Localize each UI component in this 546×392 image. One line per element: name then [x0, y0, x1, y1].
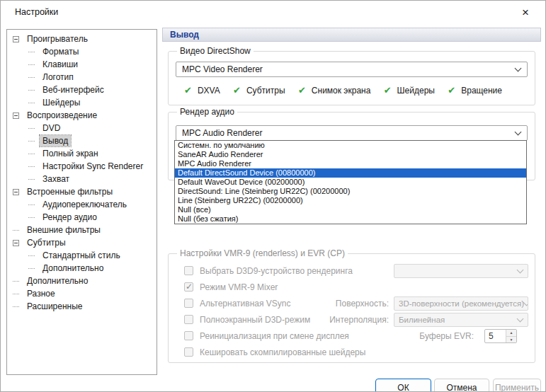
tree-item-label: Проигрыватель — [24, 33, 91, 45]
page-header: Вывод — [162, 28, 541, 42]
alt-vsync-checkbox[interactable] — [184, 299, 193, 308]
cancel-button[interactable]: Отмена — [434, 379, 489, 392]
vmr-evr-group: Настройки VMR-9 (renderless) и EVR (CP) … — [168, 248, 535, 363]
dropdown-option-3[interactable]: Default DirectSound Device (00800000) — [175, 168, 526, 178]
settings-dialog: Настройки × ПроигрывательФорматыКлавишиЛ… — [0, 0, 546, 392]
tree-connector — [13, 306, 19, 307]
video-directshow-group: Видео DirectShow MPC Video Renderer ✔DXV… — [168, 46, 535, 105]
settings-tree: ПроигрывательФорматыКлавишиЛоготипВеб-ин… — [6, 29, 157, 375]
spin-down-icon[interactable]: ▼ — [506, 337, 516, 343]
check-icon: ✔ — [448, 85, 455, 96]
surface-label: Поверхность: — [261, 299, 389, 309]
video-renderer-select[interactable]: MPC Video Renderer — [176, 62, 528, 77]
tree-connector — [28, 52, 35, 52]
dropdown-option-2[interactable]: MPC Audio Renderer — [175, 159, 526, 168]
dropdown-option-5[interactable]: DirectSound: Line (Steinberg UR22C) (002… — [175, 187, 526, 196]
dropdown-option-1[interactable]: SaneAR Audio Renderer — [175, 150, 526, 159]
tree-connector — [28, 217, 35, 218]
tree-item-label: Дополнительно — [40, 263, 106, 274]
tree-item-17[interactable]: Стандартный стиль — [7, 249, 157, 262]
vmr-group-body: Выбрать D3D9-устройство рендеринга Режим… — [176, 258, 528, 357]
evr-buffers-value: 5 — [485, 330, 506, 342]
tree-item-10[interactable]: Настройки Sync Renderer — [7, 160, 157, 173]
tree-item-4[interactable]: Веб-интерфейс — [7, 83, 157, 96]
tree-connector — [28, 128, 35, 129]
tree-item-9[interactable]: Полный экран — [7, 147, 157, 160]
check-icon: ✔ — [233, 85, 241, 96]
tree-item-0[interactable]: Проигрыватель — [7, 33, 157, 45]
tree-connector — [13, 294, 19, 294]
tree-item-8[interactable]: Вывод — [7, 134, 157, 147]
tree-item-2[interactable]: Клавиши — [7, 58, 157, 71]
vmr-row-vsync: Альтернативная VSync Поверхность: 3D-пов… — [176, 296, 528, 311]
vmr9-mixer-checkbox[interactable] — [184, 282, 193, 292]
tree-item-21[interactable]: Расширенные — [7, 300, 157, 313]
video-feature-2: ✔Снимок экрана — [298, 85, 370, 96]
collapse-icon[interactable] — [13, 240, 19, 246]
video-group-title: Видео DirectShow — [177, 46, 254, 56]
dropdown-option-0[interactable]: Системн. по умолчанию — [175, 141, 526, 150]
tree-item-18[interactable]: Дополнительно — [7, 262, 157, 275]
display-reinit-checkbox[interactable] — [184, 331, 193, 340]
tree-item-7[interactable]: DVD — [7, 122, 157, 134]
d3d9-device-select[interactable] — [394, 264, 528, 278]
tree-item-label: Веб-интерфейс — [40, 84, 107, 96]
chevron-down-icon — [517, 266, 524, 273]
chevron-down-icon — [515, 64, 522, 71]
tree-item-12[interactable]: Встроенные фильтры — [7, 185, 157, 198]
tree-item-6[interactable]: Воспроизведение — [7, 109, 157, 122]
audio-renderer-dropdown: Системн. по умолчаниюSaneAR Audio Render… — [174, 140, 527, 224]
video-feature-1: ✔Субтитры — [233, 85, 285, 96]
dropdown-option-8[interactable]: Null (без сжатия) — [175, 214, 526, 224]
ok-button[interactable]: ОК — [375, 379, 431, 392]
vmr-row-mixer: Режим VMR-9 Mixer — [176, 280, 528, 294]
tree-connector — [28, 204, 35, 205]
shader-cache-checkbox[interactable] — [184, 347, 193, 357]
tree-item-13[interactable]: Аудиопереключатель — [7, 198, 157, 211]
fullscreen-d3d-checkbox[interactable] — [184, 315, 193, 324]
tree-item-label: Разное — [24, 288, 58, 299]
chevron-down-icon — [517, 315, 524, 322]
tree-item-label: Логотип — [40, 71, 76, 83]
tree-item-3[interactable]: Логотип — [7, 71, 157, 83]
collapse-icon[interactable] — [13, 113, 19, 119]
interpolation-select[interactable]: Билинейная — [394, 313, 528, 327]
dropdown-option-4[interactable]: Default WaveOut Device (00200000) — [175, 178, 526, 187]
collapse-icon[interactable] — [13, 36, 19, 42]
tree-connector — [28, 268, 35, 269]
d3d9-device-checkbox[interactable] — [184, 266, 193, 275]
display-reinit-label: Реинициализация при смене дисплея — [200, 331, 349, 341]
tree-item-15[interactable]: Внешние фильтры — [7, 224, 157, 236]
feature-label: Шейдеры — [397, 86, 435, 96]
tree-item-label: Клавиши — [40, 59, 81, 70]
feature-label: Субтитры — [246, 86, 285, 96]
audio-renderer-value: MPC Audio Renderer — [182, 128, 262, 138]
tree-item-label: DVD — [40, 122, 63, 134]
surface-select[interactable]: 3D-поверхности (рекомендуется) — [394, 296, 528, 311]
tree-item-14[interactable]: Рендер аудио — [7, 211, 157, 224]
vmr-row-fullscreen-d3d: Полноэкранный D3D-режим Интерполяция: Би… — [176, 313, 528, 327]
audio-renderer-select[interactable]: MPC Audio Renderer — [176, 125, 528, 141]
video-feature-3: ✔Шейдеры — [384, 85, 435, 96]
apply-button[interactable]: Применить — [493, 379, 541, 392]
collapse-icon[interactable] — [13, 189, 19, 195]
tree-item-16[interactable]: Субтитры — [7, 236, 157, 249]
tree-item-19[interactable]: Дополнительно — [7, 275, 157, 287]
tree-item-label: Внешние фильтры — [24, 224, 103, 236]
interpolation-value: Билинейная — [399, 316, 445, 324]
close-icon[interactable]: × — [517, 4, 534, 21]
tree-item-1[interactable]: Форматы — [7, 45, 157, 58]
chevron-down-icon — [515, 128, 522, 135]
tree-item-label: Субтитры — [24, 237, 69, 248]
tree-item-11[interactable]: Захват — [7, 173, 157, 185]
evr-buffers-spinner[interactable]: 5 ▲ ▼ — [484, 329, 517, 343]
tree-item-20[interactable]: Разное — [7, 287, 157, 300]
window-title: Настройки — [15, 7, 58, 17]
tree-item-5[interactable]: Шейдеры — [7, 96, 157, 109]
tree-item-label: Рендер аудио — [40, 212, 100, 223]
dropdown-option-6[interactable]: Line (Steinberg UR22C) (00200000) — [175, 196, 526, 205]
dropdown-option-7[interactable]: Null (все) — [175, 205, 526, 214]
tree-item-label: Расширенные — [24, 301, 86, 312]
spin-up-icon[interactable]: ▲ — [506, 330, 516, 337]
titlebar: Настройки × — [1, 1, 545, 26]
